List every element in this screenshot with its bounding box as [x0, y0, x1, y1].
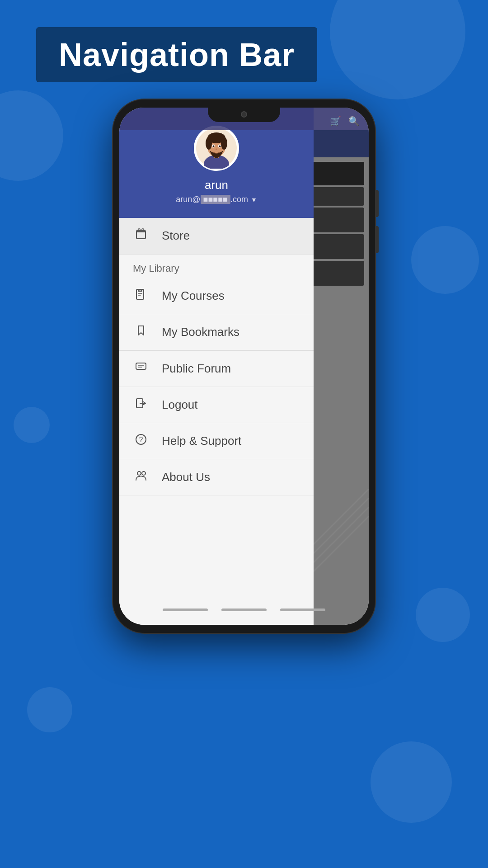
bottom-pill-right	[280, 609, 325, 611]
svg-rect-20	[136, 289, 144, 299]
page-title: Navigation Bar	[59, 37, 295, 73]
svg-point-15	[216, 149, 217, 150]
bookmarks-icon	[133, 324, 149, 340]
menu-item-public-forum[interactable]: Public Forum	[119, 350, 314, 387]
menu-item-store[interactable]: Store	[119, 218, 314, 254]
bottom-nav-bar	[119, 604, 369, 616]
my-bookmarks-label: My Bookmarks	[162, 325, 239, 339]
front-camera	[241, 111, 247, 118]
avatar[interactable]	[194, 126, 239, 171]
drawer-menu: Store My Library My Courses	[119, 218, 314, 625]
courses-icon	[133, 288, 149, 304]
menu-item-my-bookmarks[interactable]: My Bookmarks	[119, 314, 314, 350]
svg-point-28	[142, 472, 145, 475]
logout-label: Logout	[162, 398, 198, 412]
svg-rect-22	[141, 289, 142, 291]
menu-item-logout[interactable]: Logout	[119, 387, 314, 423]
store-icon	[133, 228, 149, 244]
store-label: Store	[162, 229, 190, 243]
avatar-image	[196, 128, 237, 169]
phone-mockup: 🛒 🔍 ACADEMY dia ever before. FREE NJEEVA…	[113, 99, 375, 633]
phone-notch	[208, 108, 280, 122]
svg-point-27	[137, 472, 141, 475]
username-label: arun	[205, 178, 228, 192]
svg-point-14	[219, 146, 221, 147]
bottom-pill-center	[221, 609, 267, 611]
email-row[interactable]: arun@■■■■■.com ▼	[176, 195, 257, 204]
volume-up-button	[375, 190, 379, 217]
svg-rect-23	[136, 363, 146, 369]
about-icon	[133, 469, 149, 485]
menu-item-my-courses[interactable]: My Courses	[119, 278, 314, 314]
phone-screen: 🛒 🔍 ACADEMY dia ever before. FREE NJEEVA…	[119, 108, 369, 625]
about-us-label: About Us	[162, 470, 210, 484]
email-text: arun@■■■■■.com	[176, 195, 248, 204]
navigation-drawer: arun arun@■■■■■.com ▼	[119, 108, 314, 625]
menu-item-about-us[interactable]: About Us	[119, 459, 314, 495]
volume-down-button	[375, 226, 379, 253]
help-icon: ?	[133, 433, 149, 449]
status-icons: 🛒 🔍	[330, 116, 360, 127]
menu-item-help-support[interactable]: ? Help & Support	[119, 423, 314, 459]
my-library-section: My Library	[119, 254, 314, 278]
email-dropdown-arrow[interactable]: ▼	[251, 196, 257, 203]
svg-rect-21	[138, 289, 140, 291]
svg-point-13	[213, 146, 215, 147]
logout-icon	[133, 397, 149, 413]
bottom-pill-left	[163, 609, 208, 611]
svg-text:?: ?	[139, 436, 143, 443]
svg-rect-19	[136, 230, 145, 232]
public-forum-label: Public Forum	[162, 362, 231, 376]
page-title-banner: Navigation Bar	[36, 27, 317, 82]
help-support-label: Help & Support	[162, 434, 241, 448]
forum-icon	[133, 361, 149, 377]
my-courses-label: My Courses	[162, 289, 225, 303]
search-icon[interactable]: 🔍	[348, 116, 360, 127]
cart-icon[interactable]: 🛒	[330, 116, 341, 127]
svg-point-9	[206, 137, 212, 150]
svg-point-10	[221, 137, 227, 150]
